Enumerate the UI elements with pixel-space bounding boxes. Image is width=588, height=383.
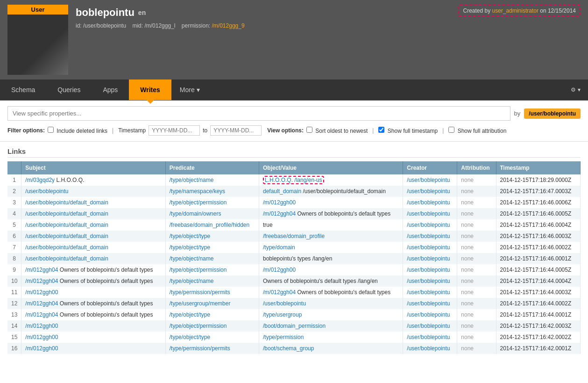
row-predicate[interactable]: /type/object/permission (165, 320, 259, 332)
creator-link[interactable]: /user/boblepointu (407, 278, 450, 284)
creator-link[interactable]: /user/boblepointu (407, 233, 450, 239)
object-link[interactable]: /type/permission (263, 334, 304, 340)
subject-link[interactable]: /user/boblepointu/default_domain (25, 210, 108, 217)
row-object[interactable]: /m/012ggh00 (259, 264, 403, 275)
user-permission-link[interactable]: /m/012ggg_9 (212, 22, 245, 29)
nav-queries[interactable]: Queries (46, 79, 92, 100)
row-object[interactable]: /m/012ggh04 Owners of boblepointu's defa… (259, 208, 403, 219)
creator-link[interactable]: /user/boblepointu (407, 244, 450, 251)
nav-schema[interactable]: Schema (0, 79, 46, 100)
predicate-link[interactable]: /type/object/type (170, 334, 210, 340)
show-full-ts-checkbox[interactable] (378, 127, 384, 133)
object-link[interactable]: /boot/domain_permission (263, 323, 326, 329)
predicate-link[interactable]: /type/object/permission (170, 267, 227, 273)
row-creator[interactable]: /user/boblepointu (403, 298, 457, 309)
row-creator[interactable]: /user/boblepointu (403, 320, 457, 332)
row-creator[interactable]: /user/boblepointu (403, 264, 457, 275)
row-predicate[interactable]: /type/permission/permits (165, 287, 259, 298)
include-deleted-label[interactable]: Include deleted links (48, 127, 107, 134)
subject-link[interactable]: /user/boblepointu/default_domain (25, 244, 108, 251)
row-creator[interactable]: /user/boblepointu (403, 275, 457, 287)
row-predicate[interactable]: /type/usergroup/member (165, 298, 259, 309)
nav-gear[interactable]: ⚙ ▾ (563, 79, 588, 100)
row-creator[interactable]: /user/boblepointu (403, 219, 457, 231)
row-subject[interactable]: /user/boblepointu/default_domain (21, 231, 165, 242)
row-subject[interactable]: /user/boblepointu/default_domain (21, 197, 165, 208)
predicate-link[interactable]: /type/namespace/keys (170, 188, 225, 195)
predicate-link[interactable]: /type/usergroup/member (170, 300, 231, 307)
row-object[interactable]: /user/boblepointu (259, 298, 403, 309)
subject-link[interactable]: /user/boblepointu/default_domain (25, 199, 108, 206)
show-full-ts-label[interactable]: Show full timestamp (378, 127, 438, 134)
object-link[interactable]: /type/usergroup (263, 311, 302, 318)
row-subject[interactable]: /m/012ggh04 Owners of boblepointu's defa… (21, 309, 165, 320)
row-predicate[interactable]: /type/permission/permits (165, 343, 259, 354)
creator-link[interactable]: /user/boblepointu (407, 300, 450, 307)
row-object[interactable]: /type/domain (259, 242, 403, 253)
row-predicate[interactable]: /type/object/permission (165, 197, 259, 208)
row-creator[interactable]: /user/boblepointu (403, 197, 457, 208)
creator-link[interactable]: /user/boblepointu (407, 267, 450, 273)
creator-link[interactable]: /user/boblepointu (407, 188, 450, 195)
object-link[interactable]: /m/012ggh00 (263, 199, 296, 206)
subject-link[interactable]: /m/012ggh00 (25, 345, 58, 352)
creator-link[interactable]: /user/boblepointu (407, 289, 450, 296)
row-predicate[interactable]: /freebase/domain_profile/hidden (165, 219, 259, 231)
row-creator[interactable]: /user/boblepointu (403, 253, 457, 264)
nav-more[interactable]: More ▾ (171, 79, 208, 100)
sort-oldest-checkbox[interactable] (306, 127, 312, 133)
subject-link[interactable]: /m/012ggh00 (25, 323, 58, 329)
row-subject[interactable]: /user/boblepointu/default_domain (21, 219, 165, 231)
timestamp-to-input[interactable] (210, 125, 262, 136)
row-object[interactable]: /type/permission (259, 332, 403, 343)
creator-link[interactable]: /user/boblepointu (407, 222, 450, 228)
row-object[interactable]: /boot/schema_group (259, 343, 403, 354)
row-creator[interactable]: /user/boblepointu (403, 343, 457, 354)
row-subject[interactable]: /m/012ggh04 Owners of boblepointu's defa… (21, 298, 165, 309)
object-link[interactable]: /m/012ggh04 (263, 210, 296, 217)
row-predicate[interactable]: /type/object/type (165, 332, 259, 343)
predicate-link[interactable]: /type/object/name (170, 177, 214, 183)
row-creator[interactable]: /user/boblepointu (403, 287, 457, 298)
row-creator[interactable]: /user/boblepointu (403, 208, 457, 219)
subject-link[interactable]: /m/012ggh00 (25, 289, 58, 296)
row-object[interactable]: /boot/domain_permission (259, 320, 403, 332)
row-object[interactable]: /type/usergroup (259, 309, 403, 320)
row-creator[interactable]: /user/boblepointu (403, 186, 457, 197)
row-predicate[interactable]: /type/object/name (165, 253, 259, 264)
creator-link[interactable]: /user/boblepointu (407, 210, 450, 217)
search-input[interactable] (7, 106, 510, 121)
row-object[interactable]: Owners of boblepointu's default types /l… (259, 275, 403, 287)
row-predicate[interactable]: /type/domain/owners (165, 208, 259, 219)
subject-link[interactable]: /user/boblepointu/default_domain (25, 233, 108, 239)
subject-link[interactable]: /m/012ggh00 (25, 334, 58, 340)
row-predicate[interactable]: /type/object/type (165, 242, 259, 253)
predicate-link[interactable]: /freebase/domain_profile/hidden (170, 222, 249, 228)
row-subject[interactable]: /m/012ggh00 (21, 332, 165, 343)
row-object[interactable]: boblepointu's types /lang/en (259, 253, 403, 264)
creator-link[interactable]: /user/boblepointu (407, 255, 450, 262)
row-predicate[interactable]: /type/object/permission (165, 264, 259, 275)
object-link[interactable]: default_domain (263, 188, 301, 195)
predicate-link[interactable]: /type/object/type (170, 311, 210, 318)
row-subject[interactable]: /user/boblepointu/default_domain (21, 253, 165, 264)
object-link[interactable]: /boot/schema_group (263, 345, 314, 352)
creator-link[interactable]: /user/boblepointu (407, 177, 450, 183)
show-full-attr-label[interactable]: Show full attribution (448, 127, 506, 134)
row-subject[interactable]: /m/012ggh04 Owners of boblepointu's defa… (21, 275, 165, 287)
row-subject[interactable]: /user/boblepointu/default_domain (21, 242, 165, 253)
created-user[interactable]: user_administrator (492, 7, 538, 14)
creator-link[interactable]: /user/boblepointu (407, 334, 450, 340)
object-link[interactable]: /m/012ggh00 (263, 267, 296, 273)
show-full-attr-checkbox[interactable] (448, 127, 454, 133)
row-predicate[interactable]: /type/object/name (165, 275, 259, 287)
row-creator[interactable]: /user/boblepointu (403, 174, 457, 186)
row-predicate[interactable]: /type/object/type (165, 231, 259, 242)
creator-link[interactable]: /user/boblepointu (407, 199, 450, 206)
creator-link[interactable]: /user/boblepointu (407, 345, 450, 352)
predicate-link[interactable]: /type/object/permission (170, 199, 227, 206)
row-predicate[interactable]: /type/object/type (165, 309, 259, 320)
subject-link[interactable]: /user/boblepointu/default_domain (25, 222, 108, 228)
timestamp-from-input[interactable] (149, 125, 200, 136)
subject-link[interactable]: /m/012ggh04 (25, 267, 58, 273)
